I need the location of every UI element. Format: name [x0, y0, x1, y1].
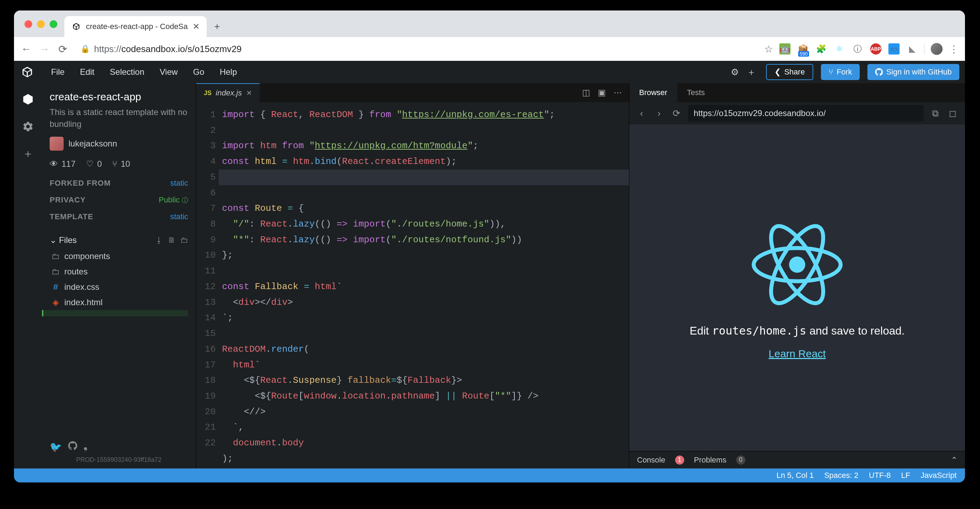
browser-preview-tab[interactable]: Browser: [629, 83, 677, 102]
preview-forward-icon[interactable]: ›: [653, 108, 665, 119]
editor-tab[interactable]: JS index.js ✕: [196, 83, 260, 102]
forks-stat: ⑂10: [112, 159, 130, 169]
language-mode[interactable]: JavaScript: [921, 471, 956, 480]
eye-icon: 👁: [50, 159, 58, 169]
help-icon[interactable]: ⓘ: [182, 197, 188, 204]
browser-tab[interactable]: create-es-react-app - CodeSa ✕: [64, 16, 207, 37]
extension-icons: 🤖 📦590 🧩 ⚛ ⓘ ABP ▭ ◣: [779, 43, 918, 54]
split-editor-icon[interactable]: ◫: [582, 88, 590, 97]
address-bar[interactable]: 🔒 https://codesandbox.io/s/o15ozmv29: [75, 44, 758, 54]
add-plus-icon[interactable]: ＋: [745, 65, 758, 79]
preview-url[interactable]: https://o15ozmv29.codesandbox.io/: [688, 105, 924, 122]
author-row[interactable]: lukejacksonn: [50, 137, 188, 151]
svg-point-0: [789, 257, 805, 273]
bookmark-star-icon[interactable]: ☆: [764, 43, 773, 55]
layout-icon[interactable]: ▣: [598, 88, 606, 97]
code-content[interactable]: import { React, ReactDOM } from "https:/…: [222, 102, 629, 468]
menu-go[interactable]: Go: [187, 67, 210, 77]
profile-avatar[interactable]: [931, 43, 943, 55]
file-tree-file[interactable]: [42, 310, 188, 317]
github-social-icon[interactable]: [68, 441, 77, 453]
cursor-position[interactable]: Ln 5, Col 1: [776, 471, 814, 480]
html-file-icon: ◈: [51, 297, 60, 307]
more-actions-icon[interactable]: ⋯: [614, 88, 622, 97]
privacy-label: PRIVACY: [50, 196, 86, 205]
learn-react-link[interactable]: Learn React: [768, 348, 826, 360]
template-value[interactable]: static: [170, 212, 188, 221]
toggle-preview-icon[interactable]: ◻: [947, 108, 959, 119]
add-dependency-icon[interactable]: ＋: [20, 146, 36, 162]
react-logo-icon: [748, 216, 846, 313]
extension-icon[interactable]: ⓘ: [852, 43, 863, 54]
settings-gear-icon[interactable]: ⚙: [727, 65, 741, 79]
extension-icon[interactable]: 🧩: [816, 43, 827, 54]
back-button[interactable]: ←: [20, 43, 32, 55]
fork-count-icon: ⑂: [112, 159, 117, 169]
extension-icon[interactable]: ▭: [888, 43, 900, 54]
twitter-icon[interactable]: 🐦: [50, 441, 62, 453]
forked-from-label: FORKED FROM: [50, 179, 111, 188]
files-section-header[interactable]: ⌄ Files ⭳ 🗎 🗀: [50, 235, 188, 245]
code-editor[interactable]: 12345678910111213141516171819202122 impo…: [196, 102, 629, 468]
browser-menu-icon[interactable]: ⋮: [949, 43, 959, 55]
configuration-icon[interactable]: [20, 119, 36, 134]
menu-edit[interactable]: Edit: [74, 67, 101, 77]
activity-bar: ＋: [14, 83, 42, 468]
files-label: Files: [59, 235, 77, 245]
fork-button[interactable]: ⑂ Fork: [821, 64, 860, 80]
close-editor-tab-icon[interactable]: ✕: [246, 89, 252, 97]
eol-status[interactable]: LF: [901, 471, 910, 480]
menu-selection[interactable]: Selection: [103, 67, 151, 77]
signin-github-button[interactable]: Sign in with GitHub: [867, 64, 959, 80]
extension-icon[interactable]: 📦590: [797, 43, 809, 54]
file-tree-file[interactable]: #index.css: [50, 279, 188, 295]
problems-label[interactable]: Problems: [694, 455, 727, 464]
likes-stat[interactable]: ♡0: [86, 159, 102, 169]
new-tab-button[interactable]: +: [209, 19, 225, 34]
editor-pane: JS index.js ✕ ◫ ▣ ⋯ 12345678910111213141…: [196, 83, 629, 468]
views-stat: 👁117: [50, 159, 76, 169]
minimize-window-icon[interactable]: [37, 20, 45, 28]
file-tree-folder[interactable]: 🗀routes: [50, 264, 188, 279]
close-window-icon[interactable]: [24, 20, 32, 28]
menu-view[interactable]: View: [153, 67, 184, 77]
encoding-status[interactable]: UTF-8: [869, 471, 891, 480]
project-info-icon[interactable]: [20, 92, 36, 107]
react-devtools-icon[interactable]: ⚛: [834, 43, 845, 54]
close-tab-icon[interactable]: ✕: [192, 22, 200, 32]
console-bar[interactable]: Console 1 Problems 0 ⌃: [629, 451, 965, 468]
forward-button[interactable]: →: [38, 43, 50, 55]
new-folder-icon[interactable]: 🗀: [180, 235, 188, 245]
preview-back-icon[interactable]: ‹: [636, 108, 648, 119]
window-traffic-lights: [24, 20, 57, 28]
github-icon: [875, 68, 883, 76]
tab-favicon: [71, 22, 81, 32]
extension-icon[interactable]: ◣: [907, 43, 918, 54]
file-tree-folder[interactable]: 🗀components: [50, 248, 188, 264]
new-file-icon[interactable]: 🗎: [168, 235, 175, 245]
share-button[interactable]: ❮ Share: [766, 64, 813, 80]
console-error-count: 1: [675, 455, 684, 464]
fork-label: Fork: [837, 67, 852, 76]
open-new-window-icon[interactable]: ⧉: [929, 108, 941, 119]
signin-label: Sign in with GitHub: [886, 67, 952, 76]
adblock-icon[interactable]: ABP: [870, 43, 881, 54]
spectrum-icon[interactable]: ❟: [84, 441, 88, 453]
reload-button[interactable]: ⟳: [57, 43, 68, 55]
forked-from-value[interactable]: static: [170, 179, 188, 188]
codesandbox-logo-icon[interactable]: [19, 64, 35, 80]
maximize-window-icon[interactable]: [50, 20, 57, 28]
menu-help[interactable]: Help: [213, 67, 243, 77]
expand-console-icon[interactable]: ⌃: [951, 455, 957, 464]
chevron-down-icon: ⌄: [50, 235, 57, 245]
preview-reload-icon[interactable]: ⟳: [671, 108, 682, 119]
project-title: create-es-react-app: [50, 91, 188, 103]
menu-file[interactable]: File: [45, 67, 71, 77]
console-label[interactable]: Console: [637, 455, 665, 464]
folder-icon: 🗀: [51, 267, 60, 277]
download-icon[interactable]: ⭳: [155, 235, 163, 245]
tests-tab[interactable]: Tests: [677, 83, 714, 102]
extension-icon[interactable]: 🤖: [779, 43, 791, 54]
indentation-status[interactable]: Spaces: 2: [824, 471, 858, 480]
file-tree-file[interactable]: ◈index.html: [50, 295, 188, 310]
